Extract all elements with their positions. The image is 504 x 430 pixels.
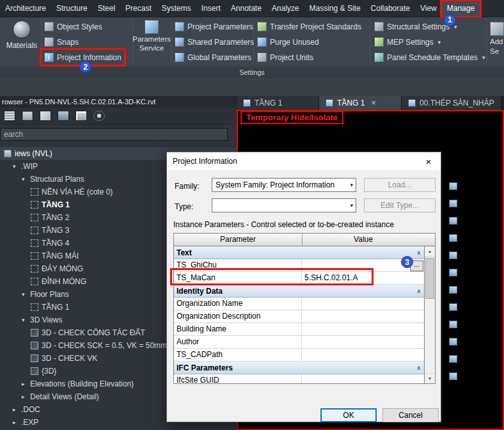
ribbon-tab-insert[interactable]: Insert — [196, 1, 226, 16]
collapsed-arrow-icon[interactable]: ▸ — [13, 419, 21, 426]
table-scrollbar[interactable]: ▲ ▼ — [424, 246, 435, 383]
ribbon-tab-annotate[interactable]: Annotate — [226, 1, 267, 16]
ribbon-tab-analyze[interactable]: Analyze — [267, 1, 304, 16]
ribbon-tab-precast[interactable]: Precast — [120, 1, 157, 16]
ribbon-tab-systems[interactable]: Systems — [157, 1, 196, 16]
materials-icon — [13, 20, 31, 38]
floor-plan-icon — [31, 265, 38, 273]
ribbon-tab-architecture[interactable]: Architecture — [0, 1, 51, 16]
tree-item-label: Detail Views (Detail) — [30, 392, 99, 401]
param-value-cell[interactable] — [302, 374, 424, 383]
param-group-ifc-parameters[interactable]: IFC Parameters∧ — [174, 362, 424, 374]
param-value-cell[interactable] — [302, 349, 424, 361]
view-tab-label: TẦNG 1 — [255, 99, 282, 107]
ribbon-tab-collaborate[interactable]: Collaborate — [366, 1, 415, 16]
tree-item-label: ĐÁY MÓNG — [42, 264, 83, 273]
ribbon-tab-manage[interactable]: Manage1 — [442, 1, 480, 16]
scrollbar-thumb[interactable] — [425, 258, 434, 299]
transfer-project-standards-icon — [257, 22, 267, 31]
object-styles-button[interactable]: Object Styles — [42, 20, 123, 33]
scroll-up-icon[interactable]: ▲ — [425, 246, 435, 257]
shared-parameters-label: Shared Parameters — [187, 38, 254, 47]
materials-button[interactable]: Materials — [4, 20, 40, 50]
collapsed-arrow-icon[interactable]: ▸ — [22, 381, 30, 387]
parameters-service-button[interactable]: Parameters Service — [133, 20, 170, 52]
project-units-button[interactable]: Project Units — [255, 51, 363, 64]
param-value-cell[interactable] — [302, 298, 424, 310]
floor-plan-icon — [31, 252, 38, 260]
column-header-parameter[interactable]: Parameter — [174, 234, 303, 246]
purge-unused-button[interactable]: Purge Unused — [255, 35, 363, 49]
collapse-chevron-icon[interactable]: ∧ — [416, 250, 421, 256]
param-group-identity-data[interactable]: Identity Data∧ — [174, 285, 424, 298]
dropdown-icon[interactable]: ▾ — [350, 179, 353, 191]
new-sheet-icon[interactable] — [40, 111, 51, 121]
scroll-down-icon[interactable]: ▼ — [425, 373, 435, 383]
edit-type-button[interactable]: Edit Type... — [364, 198, 436, 212]
snaps-button[interactable]: Snaps — [42, 35, 123, 49]
param-group-text[interactable]: Text∧ — [174, 246, 424, 259]
dropdown-arrow-icon: ▾ — [482, 54, 485, 61]
panel-schedule-templates-button[interactable]: Panel Schedule Templates ▾ — [372, 51, 487, 64]
mep-settings-button[interactable]: MEP Settings ▾ — [372, 35, 487, 49]
param-row-organization-description: Organization Description — [174, 310, 424, 323]
parameters-service-icon — [145, 20, 159, 34]
view-tab-t-ng-1[interactable]: TẦNG 1 — [237, 96, 319, 110]
param-group-label: Text — [177, 248, 192, 257]
close-view-icon[interactable]: × — [371, 99, 376, 107]
collapse-chevron-icon[interactable]: ∧ — [416, 365, 421, 371]
ribbon-tab-view[interactable]: View — [415, 1, 442, 16]
column-header-value[interactable]: Value — [303, 234, 424, 246]
ribbon-tab-massing-site[interactable]: Massing & Site — [304, 1, 366, 16]
structural-settings-label: Structural Settings — [387, 22, 450, 31]
param-row-author: Author — [174, 336, 424, 349]
floor-plan-icon — [31, 188, 38, 196]
expanded-arrow-icon[interactable]: ▾ — [22, 176, 30, 182]
family-select[interactable]: System Family: Project Information ▾ — [212, 178, 356, 192]
additional-settings-label-1: Add — [490, 38, 503, 45]
param-value-cell[interactable] — [302, 336, 424, 348]
tree-item-label: 3D Views — [30, 315, 62, 324]
view-tab-00-th-p-s-n-nh-p[interactable]: 00.THÉP SÀN_NHÁP — [402, 96, 501, 110]
link-icon[interactable] — [93, 111, 105, 121]
project-parameters-button[interactable]: Project Parameters — [173, 20, 256, 33]
ribbon-tab-structure[interactable]: Structure — [51, 1, 93, 16]
cancel-button[interactable]: Cancel — [382, 408, 439, 422]
structural-settings-button[interactable]: Structural Settings ▾ — [372, 20, 487, 33]
schedule-view-icon[interactable] — [22, 111, 33, 121]
type-select[interactable]: ▾ — [212, 198, 356, 212]
collapsed-arrow-icon[interactable]: ▸ — [13, 406, 21, 413]
list-view-icon[interactable] — [4, 111, 15, 121]
global-parameters-button[interactable]: Global Parameters — [173, 51, 256, 64]
transfer-project-standards-button[interactable]: Transfer Project Standards — [255, 20, 363, 33]
param-value-cell[interactable] — [302, 323, 424, 335]
ribbon-tab-steel[interactable]: Steel — [93, 1, 120, 16]
param-value-cell[interactable] — [302, 310, 424, 322]
schedule-view-icon — [449, 372, 457, 380]
floor-plan-icon — [31, 214, 38, 221]
tree-item-label: 3D - CHECK CÔNG TÁC ĐẤT — [42, 328, 145, 337]
project-parameters-label: Project Parameters — [187, 22, 253, 31]
param-value-cell[interactable]: 5.SH.C.02.01.A — [302, 272, 424, 284]
collapse-chevron-icon[interactable]: ∧ — [416, 288, 421, 294]
global-parameters-label: Global Parameters — [187, 53, 251, 62]
browser-search-input[interactable] — [0, 128, 228, 141]
expanded-arrow-icon[interactable]: ▾ — [22, 317, 30, 323]
dropdown-icon[interactable]: ▾ — [350, 199, 353, 212]
ribbon-tab-label: Architecture — [5, 4, 46, 13]
close-dialog-icon[interactable]: × — [416, 156, 441, 167]
additional-settings-button[interactable]: Add Se — [489, 22, 504, 55]
tree-item-label: .WIP — [21, 162, 38, 171]
shared-parameters-button[interactable]: Shared Parameters — [173, 35, 256, 49]
expanded-arrow-icon[interactable]: ▾ — [13, 163, 21, 170]
collapsed-arrow-icon[interactable]: ▸ — [22, 394, 30, 400]
load-button[interactable]: Load... — [364, 178, 436, 192]
ok-button[interactable]: OK — [320, 408, 377, 422]
project-information-button[interactable]: Project Information 2 — [42, 51, 123, 64]
save-icon[interactable] — [58, 111, 69, 121]
view-tab-label: 00.THÉP SÀN_NHÁP — [420, 99, 494, 107]
view-tab-t-ng-1[interactable]: TẦNG 1× — [319, 96, 402, 110]
duplicate-icon[interactable] — [75, 111, 87, 121]
ribbon-tab-label: Precast — [125, 4, 152, 13]
expanded-arrow-icon[interactable]: ▾ — [22, 291, 30, 298]
